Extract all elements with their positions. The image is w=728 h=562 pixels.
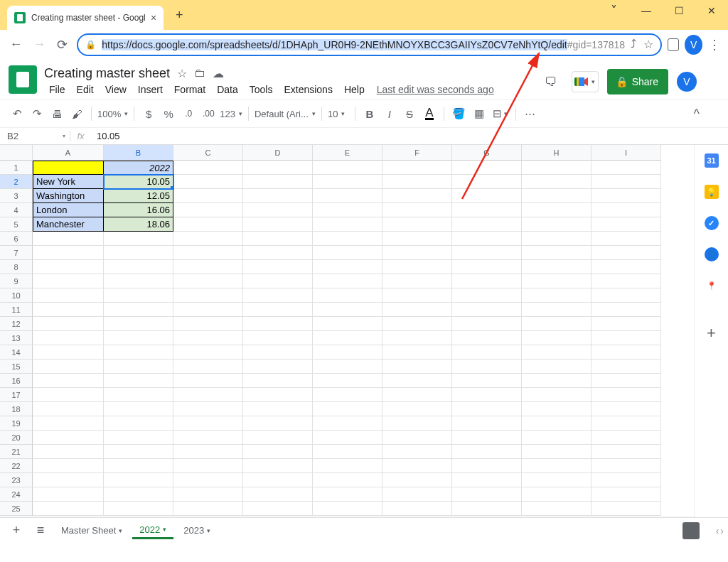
cell-F14[interactable]	[382, 345, 452, 360]
cell-F7[interactable]	[382, 246, 452, 260]
cell-C2[interactable]	[173, 175, 243, 189]
cell-A12[interactable]	[33, 317, 104, 331]
cell-F17[interactable]	[382, 388, 452, 402]
cell-H23[interactable]	[522, 473, 592, 487]
col-header-A[interactable]: A	[33, 145, 104, 161]
italic-button[interactable]: I	[381, 105, 398, 122]
cell-C6[interactable]	[173, 232, 243, 246]
cell-A20[interactable]	[33, 431, 104, 445]
cell-D10[interactable]	[243, 288, 313, 303]
row-header-16[interactable]: 16	[0, 374, 33, 388]
cell-H20[interactable]	[522, 431, 592, 445]
cell-D16[interactable]	[243, 374, 313, 388]
row-header-18[interactable]: 18	[0, 402, 33, 416]
cell-C16[interactable]	[173, 374, 243, 388]
maps-icon[interactable]: 📍	[705, 279, 719, 293]
cell-A16[interactable]	[33, 374, 104, 388]
row-header-12[interactable]: 12	[0, 317, 33, 331]
col-header-I[interactable]: I	[592, 145, 661, 161]
cell-D13[interactable]	[243, 331, 313, 345]
reload-button[interactable]: ⟳	[54, 35, 72, 55]
cell-H5[interactable]	[522, 217, 592, 232]
cell-H25[interactable]	[522, 502, 592, 516]
cell-F12[interactable]	[382, 317, 452, 331]
keep-icon[interactable]: 💡	[705, 185, 719, 199]
cell-B24[interactable]	[104, 487, 173, 502]
cell-F10[interactable]	[382, 288, 452, 303]
tab-nav-arrows[interactable]: ‹›	[716, 525, 724, 536]
bold-button[interactable]: B	[361, 105, 378, 122]
col-header-F[interactable]: F	[382, 145, 452, 161]
row-header-22[interactable]: 22	[0, 459, 33, 473]
cell-F23[interactable]	[382, 473, 452, 487]
select-all-corner[interactable]	[0, 145, 33, 161]
cell-C9[interactable]	[173, 274, 243, 288]
cell-D23[interactable]	[243, 473, 313, 487]
col-header-C[interactable]: C	[173, 145, 243, 161]
cell-I5[interactable]	[592, 217, 661, 232]
tab-close-icon[interactable]: ×	[151, 12, 156, 23]
undo-button[interactable]: ↶	[9, 105, 26, 122]
cell-B3[interactable]: 12.05	[104, 189, 173, 203]
font-size-dropdown[interactable]: 10	[328, 109, 349, 119]
cell-I25[interactable]	[592, 502, 661, 516]
cell-E8[interactable]	[313, 260, 382, 274]
cell-C10[interactable]	[173, 288, 243, 303]
contacts-icon[interactable]: 👤	[705, 247, 719, 261]
cell-H13[interactable]	[522, 331, 592, 345]
row-header-17[interactable]: 17	[0, 388, 33, 402]
cell-F1[interactable]	[382, 161, 452, 175]
cell-G8[interactable]	[452, 260, 522, 274]
cell-E3[interactable]	[313, 189, 382, 203]
cell-D6[interactable]	[243, 232, 313, 246]
cell-H4[interactable]	[522, 203, 592, 217]
cell-D2[interactable]	[243, 175, 313, 189]
cell-E7[interactable]	[313, 246, 382, 260]
cell-F13[interactable]	[382, 331, 452, 345]
cell-C3[interactable]	[173, 189, 243, 203]
cell-B13[interactable]	[104, 331, 173, 345]
cell-C8[interactable]	[173, 260, 243, 274]
cell-C17[interactable]	[173, 388, 243, 402]
cell-G16[interactable]	[452, 374, 522, 388]
cell-E17[interactable]	[313, 388, 382, 402]
name-box[interactable]: B2	[0, 131, 70, 141]
number-format-dropdown[interactable]: 123	[220, 109, 242, 119]
cell-D12[interactable]	[243, 317, 313, 331]
cell-F11[interactable]	[382, 303, 452, 317]
cell-I22[interactable]	[592, 459, 661, 473]
cell-D17[interactable]	[243, 388, 313, 402]
back-button[interactable]: ←	[7, 35, 25, 55]
cell-I20[interactable]	[592, 431, 661, 445]
cell-C11[interactable]	[173, 303, 243, 317]
cell-E10[interactable]	[313, 288, 382, 303]
decrease-decimal-button[interactable]: .0	[180, 105, 197, 122]
cell-C25[interactable]	[173, 502, 243, 516]
cell-D20[interactable]	[243, 431, 313, 445]
cell-I8[interactable]	[592, 260, 661, 274]
cell-B16[interactable]	[104, 374, 173, 388]
add-addon-icon[interactable]: +	[707, 324, 716, 342]
cell-G12[interactable]	[452, 317, 522, 331]
cell-H15[interactable]	[522, 360, 592, 374]
cell-E14[interactable]	[313, 345, 382, 360]
cell-I11[interactable]	[592, 303, 661, 317]
explore-button[interactable]	[682, 522, 700, 539]
cell-A9[interactable]	[33, 274, 104, 288]
cell-A24[interactable]	[33, 487, 104, 502]
cell-I2[interactable]	[592, 175, 661, 189]
cell-G1[interactable]	[452, 161, 522, 175]
cell-A23[interactable]	[33, 473, 104, 487]
cell-A13[interactable]	[33, 331, 104, 345]
cell-I7[interactable]	[592, 246, 661, 260]
cell-C14[interactable]	[173, 345, 243, 360]
cell-D5[interactable]	[243, 217, 313, 232]
window-maximize-icon[interactable]: ☐	[663, 0, 695, 21]
increase-decimal-button[interactable]: .00	[200, 105, 217, 122]
cell-G17[interactable]	[452, 388, 522, 402]
col-header-E[interactable]: E	[313, 145, 382, 161]
document-title[interactable]: Creating master sheet	[44, 66, 170, 81]
cell-H22[interactable]	[522, 459, 592, 473]
cell-G15[interactable]	[452, 360, 522, 374]
cell-E24[interactable]	[313, 487, 382, 502]
